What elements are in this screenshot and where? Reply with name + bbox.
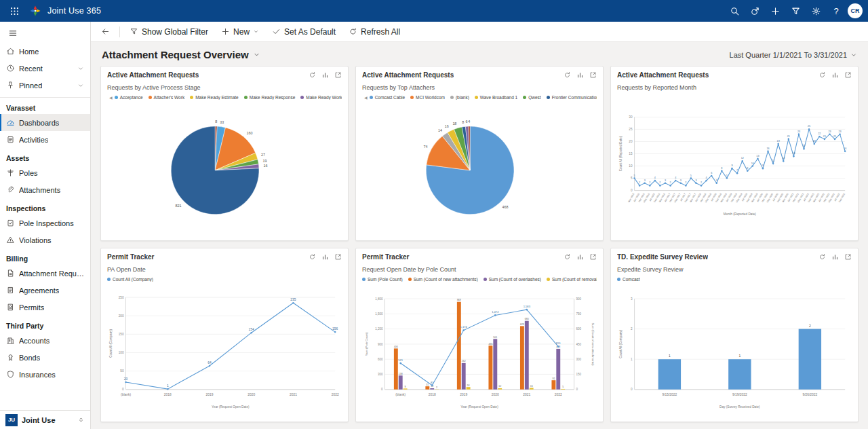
chart-canvas[interactable]: 050100150200250Count All (Company)201641… bbox=[107, 283, 342, 417]
search-icon[interactable] bbox=[726, 2, 743, 20]
card-chart-type-icon[interactable] bbox=[576, 253, 584, 261]
card-chart-type-icon[interactable] bbox=[321, 71, 329, 79]
sidebar-item-bonds[interactable]: Bonds bbox=[0, 349, 90, 366]
target-icon[interactable] bbox=[746, 2, 764, 20]
legend-item: Sum (Count of overlashes) bbox=[484, 277, 541, 282]
quick-create-icon[interactable] bbox=[766, 2, 784, 20]
svg-text:406: 406 bbox=[394, 345, 398, 348]
sidebar-collapse-icon[interactable] bbox=[6, 26, 20, 40]
svg-text:21: 21 bbox=[787, 135, 790, 138]
sidebar-item-permits[interactable]: Permits bbox=[0, 299, 90, 316]
chart-canvas[interactable]: 0123Count All (Company)19/15/202219/19/2… bbox=[617, 283, 852, 417]
set-as-default-button[interactable]: Set As Default bbox=[266, 24, 342, 39]
page-header: Attachment Request Overview Last Quarter… bbox=[91, 42, 868, 66]
legend-item: Comcast Cable bbox=[370, 95, 405, 100]
chart-canvas[interactable]: 051015202530Count All (Reported Date)523… bbox=[617, 92, 852, 236]
svg-text:5: 5 bbox=[726, 174, 728, 177]
card-chart-type-icon[interactable] bbox=[576, 71, 584, 79]
svg-text:21: 21 bbox=[823, 135, 826, 138]
new-button[interactable]: New bbox=[215, 24, 265, 39]
svg-text:2: 2 bbox=[639, 181, 640, 184]
card-refresh-icon[interactable] bbox=[309, 253, 316, 261]
chart-canvas[interactable]: 03006009001,2001,5001,800015030045060075… bbox=[362, 283, 597, 417]
svg-text:450: 450 bbox=[576, 342, 582, 346]
dashboard-card-5: Permit TrackerRequest Open Date by Pole … bbox=[355, 248, 604, 423]
card-expand-icon[interactable] bbox=[589, 71, 597, 79]
card-expand-icon[interactable] bbox=[589, 253, 597, 261]
sidebar-item-activities[interactable]: Activities bbox=[0, 131, 90, 148]
chart-canvas[interactable]: 833160271916821 bbox=[107, 101, 342, 236]
card-chart-type-icon[interactable] bbox=[831, 253, 839, 261]
svg-text:1: 1 bbox=[167, 384, 169, 388]
card-chart-type-icon[interactable] bbox=[321, 253, 329, 261]
sidebar-item-violations[interactable]: Violations bbox=[0, 231, 90, 248]
svg-text:2: 2 bbox=[670, 181, 671, 184]
sidebar-item-pole-inspections[interactable]: Pole Inspections bbox=[0, 214, 90, 231]
legend-prev-icon[interactable]: ◀ bbox=[364, 95, 368, 100]
svg-text:91: 91 bbox=[552, 377, 555, 379]
waffle-menu-icon[interactable] bbox=[5, 2, 23, 20]
svg-text:2020: 2020 bbox=[492, 392, 499, 396]
svg-text:14: 14 bbox=[438, 128, 442, 132]
sidebar-item-dashboards[interactable]: Dashboards bbox=[0, 114, 90, 131]
svg-text:468: 468 bbox=[502, 205, 509, 209]
settings-gear-icon[interactable] bbox=[807, 2, 825, 20]
sidebar-item-label: Attachment Request bbox=[19, 269, 84, 278]
svg-text:629: 629 bbox=[520, 322, 524, 325]
card-expand-icon[interactable] bbox=[334, 71, 342, 79]
legend-item: Acceptance bbox=[115, 95, 143, 100]
sidebar-item-agreements[interactable]: Agreements bbox=[0, 282, 90, 299]
card-refresh-icon[interactable] bbox=[564, 253, 571, 261]
refresh-all-button[interactable]: Refresh All bbox=[342, 24, 406, 39]
card-refresh-icon[interactable] bbox=[818, 71, 826, 79]
svg-text:Count All (Reported Date): Count All (Reported Date) bbox=[619, 136, 623, 171]
show-global-filter-button[interactable]: Show Global Filter bbox=[123, 24, 214, 39]
area-switcher[interactable]: JU Joint Use bbox=[0, 410, 90, 429]
svg-text:25: 25 bbox=[808, 125, 810, 128]
card-expand-icon[interactable] bbox=[844, 253, 852, 261]
legend-item: Qwest bbox=[523, 95, 540, 100]
svg-text:21: 21 bbox=[833, 135, 836, 138]
sidebar-item-accounts[interactable]: Accounts bbox=[0, 332, 90, 349]
svg-text:2: 2 bbox=[436, 386, 437, 388]
card-header: TD. Expedite Survey Review bbox=[617, 253, 852, 261]
chart-canvas[interactable]: 46874141618864 bbox=[362, 101, 597, 236]
legend-dot bbox=[300, 96, 304, 99]
sidebar-group-varasset: Varasset bbox=[0, 98, 90, 114]
sidebar-item-insurances[interactable]: Insurances bbox=[0, 366, 90, 383]
legend-prev-icon[interactable]: ◀ bbox=[109, 95, 113, 100]
user-avatar[interactable]: CR bbox=[848, 3, 863, 18]
sidebar-item-attachments[interactable]: Attachments bbox=[0, 181, 90, 198]
sidebar-item-recent[interactable]: Recent bbox=[0, 60, 90, 77]
card-subtitle: Requests by Active Process Stage bbox=[107, 84, 342, 91]
svg-text:18: 18 bbox=[452, 122, 456, 126]
card-chart-type-icon[interactable] bbox=[831, 71, 839, 79]
card-expand-icon[interactable] bbox=[844, 71, 852, 79]
svg-text:1,472: 1,472 bbox=[492, 310, 499, 314]
card-refresh-icon[interactable] bbox=[309, 71, 316, 79]
card-subtitle: Request Open Date by Pole Count bbox=[362, 266, 597, 273]
filter-icon[interactable] bbox=[787, 2, 804, 20]
svg-text:521: 521 bbox=[398, 358, 403, 361]
chevron-down-icon bbox=[850, 52, 857, 58]
card-refresh-icon[interactable] bbox=[564, 71, 571, 79]
svg-text:9: 9 bbox=[405, 385, 406, 388]
svg-text:851: 851 bbox=[556, 341, 561, 345]
dashboard-selector[interactable]: Attachment Request Overview bbox=[102, 49, 260, 60]
card-expand-icon[interactable] bbox=[334, 253, 342, 261]
card-refresh-icon[interactable] bbox=[818, 253, 826, 261]
sidebar-item-home[interactable]: Home bbox=[0, 43, 90, 60]
svg-text:1,174: 1,174 bbox=[460, 325, 468, 329]
help-icon[interactable]: ? bbox=[827, 2, 845, 20]
sidebar-item-pinned[interactable]: Pinned bbox=[0, 77, 90, 94]
sidebar-item-poles[interactable]: Poles bbox=[0, 164, 90, 181]
svg-text:2021: 2021 bbox=[523, 392, 530, 396]
svg-text:5: 5 bbox=[690, 174, 692, 177]
svg-text:14: 14 bbox=[792, 152, 795, 155]
back-button[interactable] bbox=[95, 24, 116, 39]
svg-text:1: 1 bbox=[631, 357, 633, 360]
svg-text:0: 0 bbox=[122, 388, 124, 391]
date-range-filter[interactable]: Last Quarter 1/1/2021 To 3/31/2021 bbox=[730, 51, 857, 59]
svg-text:30: 30 bbox=[629, 115, 633, 119]
sidebar-item-attachment-request[interactable]: Attachment Request bbox=[0, 265, 90, 282]
